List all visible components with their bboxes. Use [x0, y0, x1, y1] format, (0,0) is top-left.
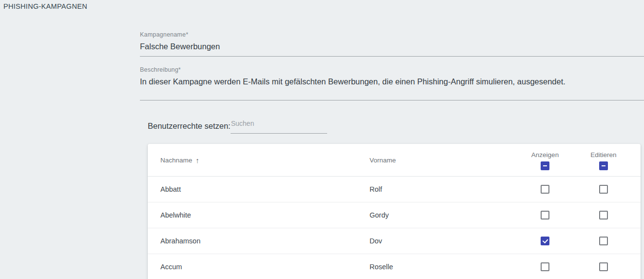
campaign-name-field: Kampagnename* Falsche Bewerbungen	[140, 31, 644, 57]
sort-ascending-icon: ↑	[195, 156, 199, 164]
description-label: Beschreibung*	[140, 66, 644, 73]
column-header-editieren: Editieren	[590, 151, 616, 159]
description-field: Beschreibung* In dieser Kampagne werden …	[140, 66, 644, 100]
column-header-nachname[interactable]: Nachname ↑	[160, 156, 370, 164]
search-field	[231, 119, 327, 134]
vorname-cell: Gordy	[370, 211, 516, 219]
campaign-name-input[interactable]: Falsche Bewerbungen	[140, 41, 644, 52]
anzeigen-checkbox[interactable]	[541, 237, 549, 245]
nachname-cell: Abelwhite	[148, 211, 370, 219]
column-header-vorname[interactable]: Vorname	[370, 157, 516, 164]
table-row: AbelwhiteGordy	[148, 202, 641, 228]
anzeigen-checkbox[interactable]	[541, 262, 549, 271]
table-row: AbbattRolf	[148, 177, 641, 202]
vorname-cell: Dov	[370, 237, 516, 245]
nachname-cell: Accum	[148, 263, 370, 271]
page-title: PHISHING-KAMPAGNEN	[3, 2, 87, 10]
editieren-checkbox[interactable]	[599, 185, 608, 194]
editieren-checkbox[interactable]	[599, 211, 608, 219]
table-row: AccumRoselle	[148, 254, 641, 279]
vorname-cell: Roselle	[370, 263, 516, 271]
editieren-checkbox[interactable]	[599, 237, 608, 245]
editieren-select-all-checkbox[interactable]	[599, 161, 608, 170]
nachname-header-label: Nachname	[160, 157, 192, 164]
anzeigen-select-all-checkbox[interactable]	[541, 161, 549, 170]
vorname-cell: Rolf	[370, 185, 516, 193]
table-row: AbrahamsonDov	[148, 228, 641, 254]
table-body: AbbattRolfAbelwhiteGordyAbrahamsonDovAcc…	[148, 177, 641, 279]
permissions-label: Benutzerrechte setzen:	[148, 119, 231, 131]
table-header-row: Nachname ↑ Vorname Anzeigen Editieren	[148, 144, 641, 177]
nachname-cell: Abrahamson	[148, 237, 370, 245]
campaign-name-label: Kampagnename*	[140, 31, 644, 38]
nachname-cell: Abbatt	[148, 185, 370, 193]
search-input[interactable]	[231, 119, 328, 127]
description-input[interactable]: In dieser Kampagne werden E-Mails mit ge…	[140, 77, 644, 87]
editieren-checkbox[interactable]	[599, 262, 608, 271]
user-permissions-table: Nachname ↑ Vorname Anzeigen Editieren Ab…	[148, 144, 641, 279]
anzeigen-checkbox[interactable]	[541, 211, 549, 219]
anzeigen-checkbox[interactable]	[541, 185, 549, 194]
column-header-anzeigen: Anzeigen	[531, 151, 559, 159]
permissions-section: Benutzerrechte setzen:	[148, 119, 327, 134]
